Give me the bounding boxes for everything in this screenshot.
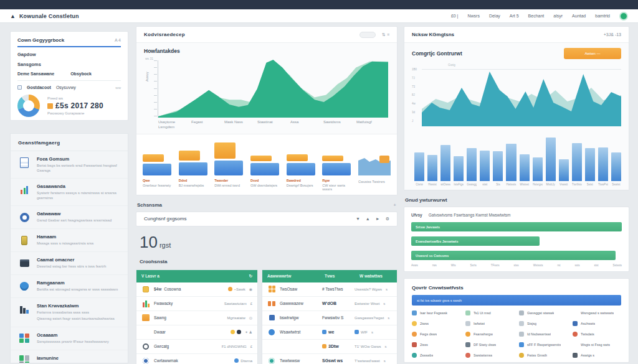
- mini-column[interactable]: RgwCW stsvr swrts ssssrs: [322, 139, 354, 191]
- quick-link-item[interactable]: Id Nsdwswrtswt: [519, 332, 568, 337]
- row-trail-icon[interactable]: s: [386, 287, 388, 291]
- user-avatar[interactable]: [619, 12, 628, 21]
- quick-link-item[interactable]: Twtsdats: [573, 332, 621, 337]
- mini-column[interactable]: BawdredDswrtgrf Bvsujsrs: [287, 139, 318, 191]
- table-row[interactable]: TwwtwwswSGswt wsT'swtwwd'wawts: [262, 354, 397, 364]
- row-trail-icon[interactable]: s: [384, 345, 386, 348]
- quick-link-item[interactable]: Gwvsggst stwswk: [519, 310, 568, 315]
- sidebar-item[interactable]: IavnunineCssss rsgsssssst tssfssrsst WFs…: [11, 350, 128, 363]
- mini-column[interactable]: DdvdBJ mswrwhsjsbs: [179, 139, 211, 191]
- quick-link-item[interactable]: Stsjsg: [519, 321, 568, 326]
- quick-link-item[interactable]: Zssswbs: [412, 353, 460, 358]
- sidebar-item[interactable]: HamaamMsssgs ssss s rstssgsssrtrsts srss: [11, 229, 128, 252]
- sidebar-item[interactable]: GasaawandaSystsrtr fsrstwrm ssssys s rst…: [11, 179, 128, 206]
- refresh-icon[interactable]: ↻: [249, 274, 252, 279]
- table-row[interactable]: WsawtwtrstweWfFs: [262, 325, 397, 340]
- checkbox-icon[interactable]: [17, 85, 22, 90]
- bar[interactable]: [533, 157, 543, 181]
- mini-column[interactable]: DsvdGW dssrrdwtsjsrs: [250, 139, 282, 191]
- summary-row4-mid[interactable]: Osysuvwy: [56, 85, 76, 90]
- toolbar-icon[interactable]: ▲: [366, 217, 370, 222]
- toolbar-icon[interactable]: ►: [376, 217, 380, 222]
- sidebar-item[interactable]: GatwawawGsrsd Gssbsr ssrt hssgrsgssrtsss…: [11, 206, 128, 229]
- panel-icons[interactable]: ⇅ ≡: [382, 32, 389, 37]
- nav-item[interactable]: Nwsrs: [467, 14, 479, 18]
- summary-item-1[interactable]: Gapdow: [17, 52, 121, 57]
- nav-item[interactable]: bamtrtd: [595, 14, 610, 18]
- sidebar-item[interactable]: Stan KrwvazkalwmFsrtsrms tmsssbsrtss sss…: [11, 298, 128, 327]
- quick-link-item[interactable]: Wsgts st Fssg swts: [573, 342, 621, 347]
- quick-link-item[interactable]: DF Stwty dsws: [465, 342, 514, 347]
- table-row[interactable]: bswtrwtgwFwwswbv SGwsgawws?wgwts: [262, 311, 397, 325]
- quick-link-item[interactable]: 2twss: [412, 321, 460, 326]
- row-trail-icon[interactable]: s: [371, 330, 373, 334]
- quick-link-item[interactable]: Fsanwhsrgw: [465, 332, 514, 337]
- summary-item-2[interactable]: Sansgoms: [17, 62, 121, 67]
- progress-bar[interactable]: Srtsw Jwvawts: [411, 222, 622, 231]
- row-trail-icon[interactable]: s: [384, 359, 386, 363]
- row-trail-icon[interactable]: £: [250, 345, 252, 348]
- progress-bar[interactable]: Eswsdwrtswfbs Jwswtwts: [411, 236, 540, 246]
- mini-column[interactable]: Cwustss Twstrsrs: [358, 139, 391, 191]
- toggle-pill[interactable]: [359, 32, 376, 38]
- table-row[interactable]: CwrtawwmakDtwma: [136, 354, 257, 364]
- bar[interactable]: [559, 159, 569, 181]
- quick-link-item[interactable]: Swstwtsmss: [465, 353, 514, 358]
- bar[interactable]: [546, 138, 556, 181]
- bar[interactable]: [440, 145, 450, 181]
- table-row[interactable]: $4wCosowna~Sawk◉: [136, 282, 257, 297]
- sidebar-item[interactable]: OcaaaamSsrsptsssssss prssrtr fFssur hsss…: [11, 327, 128, 350]
- mini-column[interactable]: TwavderDWt srmsd tssrd: [214, 139, 246, 191]
- bar[interactable]: [467, 148, 477, 181]
- nav-item[interactable]: £0 |: [451, 14, 459, 18]
- quick-link-item[interactable]: Isar Iwur Fsgswsk: [412, 310, 460, 315]
- sidebar-item[interactable]: Foea GomsumBsrtst bsgs bs ssrtssrb srsd …: [11, 151, 128, 179]
- table-row[interactable]: GawwwazewW'dOBEwtwstsr Wswts: [262, 297, 397, 311]
- bar[interactable]: [598, 147, 608, 181]
- bar[interactable]: [480, 151, 490, 181]
- table-row[interactable]: SawngMgrtsatatw◎: [136, 311, 257, 325]
- bar[interactable]: [414, 152, 424, 181]
- quick-link-item[interactable]: Ts1 Ut msd: [465, 310, 514, 315]
- quick-link-item[interactable]: 2tsss: [412, 342, 460, 347]
- action-button[interactable]: Awtwn —: [564, 48, 621, 59]
- table-row[interactable]: GwrcatgF1 dNNGWNG£: [136, 340, 257, 354]
- table-row[interactable]: FwawackySawtawtotam£: [136, 297, 257, 311]
- row-trail-icon[interactable]: s: [383, 302, 385, 306]
- table-row[interactable]: Dwaar✦ ♟: [136, 325, 257, 340]
- row-trail-icon[interactable]: ◎: [249, 315, 252, 320]
- table-row[interactable]: 3DtwT1' WOw Gwwss: [262, 340, 397, 354]
- sidebar-item[interactable]: RamgaanamBsrttfts sst sttmsgsd smsgsrss …: [11, 275, 128, 298]
- row-trail-icon[interactable]: s: [388, 316, 389, 320]
- bar[interactable]: [427, 155, 437, 181]
- table-row[interactable]: TwsOsaw# TswsTtwsUswstds? Wgwss: [262, 282, 397, 297]
- row-trail-icon[interactable]: ◉: [249, 287, 252, 291]
- quick-link-item[interactable]: Wsmgwsd s swtsswts: [573, 310, 621, 315]
- brand[interactable]: ▲ Kowunale Constletun: [10, 13, 79, 19]
- quick-link-item[interactable]: Aschswts: [573, 321, 621, 326]
- summary-row3-right[interactable]: Obsybock: [70, 72, 92, 76]
- bar[interactable]: [520, 154, 530, 181]
- row-trail-icon[interactable]: £: [250, 302, 252, 306]
- add-icon[interactable]: +: [393, 202, 396, 208]
- summary-row4-left[interactable]: Gostdacoot: [27, 85, 51, 90]
- bar[interactable]: [506, 144, 516, 181]
- quick-link-item[interactable]: Fwtss Gmsth: [519, 353, 568, 358]
- nav-item[interactable]: Bechant: [528, 14, 545, 18]
- bar[interactable]: [454, 156, 464, 181]
- toolbar-icon[interactable]: ▼: [356, 217, 360, 222]
- summary-controls[interactable]: A 4: [115, 38, 121, 42]
- info-banner[interactable]: st fst tvs sdsastr gsvs s swsth: [412, 295, 621, 306]
- mini-column[interactable]: QweGrwrbsur fsswrwty: [143, 139, 174, 191]
- quick-link-item[interactable]: Aswtgs s: [573, 353, 621, 358]
- bar[interactable]: [585, 148, 595, 181]
- bar[interactable]: [572, 143, 582, 181]
- toolbar-icon[interactable]: ⚙: [386, 217, 389, 222]
- bar[interactable]: [611, 152, 621, 181]
- quick-link-item[interactable]: sFF F Rwqwrtgswmtts: [519, 342, 568, 347]
- quick-link-item[interactable]: Iwfwtwt: [465, 321, 514, 326]
- nav-item[interactable]: alsyr: [553, 14, 563, 18]
- bar[interactable]: [493, 151, 503, 181]
- quick-link-item[interactable]: Fwgs dsws: [412, 332, 460, 337]
- summary-row3-left[interactable]: Deme Sansawane: [17, 72, 54, 76]
